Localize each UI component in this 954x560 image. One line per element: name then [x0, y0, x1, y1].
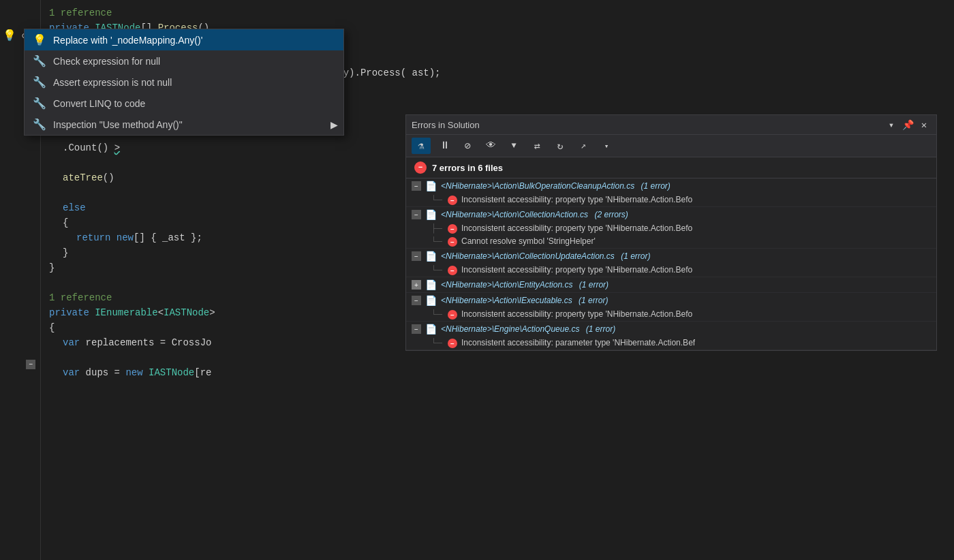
error-dot: − [448, 266, 457, 275]
file-group-action-queue: − 📄 <NHibernate>\Engine\ActionQueue.cs (… [406, 322, 936, 350]
code-text: { [63, 215, 68, 230]
expand-btn[interactable]: + [412, 280, 421, 290]
menu-item-label: Check expression for null [53, 56, 160, 67]
menu-item-label: Convert LINQ to code [53, 98, 145, 109]
file-header-collection-action[interactable]: − 📄 <NHibernate>\Action\CollectionAction… [406, 207, 936, 222]
menu-item-label: Inspection "Use method Any()" [53, 119, 183, 130]
error-item[interactable]: └─ − Inconsistent accessibility: paramet… [406, 337, 936, 349]
file-header-collection-update[interactable]: − 📄 <NHibernate>\Action\CollectionUpdate… [406, 249, 936, 264]
file-name: <NHibernate>\Engine\ActionQueue.cs [441, 324, 579, 334]
error-item[interactable]: └─ − Inconsistent accessibility: propert… [406, 193, 936, 206]
export-btn[interactable]: ↗ [574, 138, 593, 154]
expand-btn[interactable]: − [412, 324, 421, 334]
error-item[interactable]: └─ − Cannot resolve symbol 'StringHelper… [406, 235, 936, 248]
file-header-action-queue[interactable]: − 📄 <NHibernate>\Engine\ActionQueue.cs (… [406, 322, 936, 337]
wrench-icon: 🔧 [33, 118, 46, 131]
file-error-count: (1 error) [576, 296, 609, 305]
code-text: var [63, 365, 86, 380]
error-item[interactable]: └─ − Inconsistent accessibility: propert… [406, 308, 936, 321]
file-header-bulk-op[interactable]: − 📄 <NHibernate>\Action\BulkOperationCle… [406, 178, 936, 193]
menu-item-replace[interactable]: 💡 Replace with '_nodeMapping.Any()' [25, 29, 343, 50]
file-group-collection-action: − 📄 <NHibernate>\Action\CollectionAction… [406, 207, 936, 249]
wrench-icon: 🔧 [33, 76, 46, 89]
connector: └─ [431, 265, 442, 275]
code-text: () [103, 170, 114, 185]
code-text: dups = [86, 365, 126, 380]
file-name: <NHibernate>\Action\CollectionAction.cs [441, 210, 588, 219]
csharp-file-icon: 📄 [425, 251, 437, 262]
error-text: Inconsistent accessibility: property typ… [461, 195, 692, 204]
code-text: [re [194, 365, 211, 380]
file-group-entity-action: + 📄 <NHibernate>\Action\EntityAction.cs … [406, 277, 936, 293]
file-error-count: (1 error) [576, 280, 609, 290]
errors-list: − 📄 <NHibernate>\Action\BulkOperationCle… [406, 178, 936, 350]
lightbulb-icon[interactable]: 💡 [3, 29, 16, 42]
csharp-file-icon: 📄 [425, 279, 437, 290]
code-text: IASTNode [149, 365, 194, 380]
code-text: > [114, 140, 120, 155]
code-line: 1 reference [49, 5, 946, 20]
file-name: <NHibernate>\Action\CollectionUpdateActi… [441, 251, 615, 261]
code-text: IASTNode [164, 305, 209, 320]
code-text: replacements = CrossJo [86, 335, 212, 350]
hide-btn[interactable]: ⊘ [458, 138, 477, 154]
code-text: 1 reference [49, 290, 112, 305]
code-text: ).Process( ast); [349, 65, 440, 80]
pause-btn[interactable]: ⏸ [435, 138, 454, 154]
file-error-count: (2 errors) [592, 210, 628, 219]
code-text: [] { _ast }; [134, 230, 202, 245]
pin-btn[interactable]: 📌 [901, 118, 914, 131]
code-line: var dups = new IASTNode [re [49, 365, 946, 380]
sort-btn[interactable]: ⇄ [527, 138, 547, 154]
menu-item-label: Replace with '_nodeMapping.Any()' [53, 35, 202, 46]
close-btn[interactable]: ✕ [917, 118, 931, 131]
errors-panel-header: Errors in Solution ▾ 📌 ✕ [406, 115, 936, 135]
submenu-arrow: ▶ [330, 119, 338, 130]
code-text: var [63, 335, 86, 350]
csharp-file-icon: 📄 [425, 324, 437, 335]
error-text: Inconsistent accessibility: property typ… [461, 309, 692, 319]
menu-item-inspection[interactable]: 🔧 Inspection "Use method Any()" ▶ [25, 114, 343, 135]
file-name: <NHibernate>\Action\EntityAction.cs [441, 280, 572, 290]
error-dot: − [448, 196, 457, 205]
connector: └─ [431, 236, 442, 246]
refresh-btn[interactable]: ↻ [551, 138, 570, 154]
code-text: 1 reference [49, 5, 112, 20]
flask-btn[interactable]: ⚗ [412, 138, 431, 154]
errors-panel: Errors in Solution ▾ 📌 ✕ ⚗ ⏸ ⊘ 👁 ▼ ⇄ ↻ ↗… [405, 114, 937, 351]
error-item[interactable]: └─ − Inconsistent accessibility: propert… [406, 264, 936, 277]
context-menu: 💡 Replace with '_nodeMapping.Any()' 🔧 Ch… [24, 29, 344, 136]
errors-panel-title: Errors in Solution [412, 120, 882, 130]
code-text: ateTree [63, 170, 103, 185]
code-text: > [209, 305, 215, 320]
connector: ├─ [431, 223, 442, 233]
code-text: < [158, 305, 164, 320]
file-error-count: (1 error) [619, 251, 651, 261]
expand-btn[interactable]: − [412, 296, 421, 305]
menu-item-convert-linq[interactable]: 🔧 Convert LINQ to code [25, 93, 343, 114]
file-error-count: (1 error) [638, 181, 671, 191]
errors-summary: − 7 errors in 6 files [406, 157, 936, 178]
file-group-collection-update: − 📄 <NHibernate>\Action\CollectionUpdate… [406, 249, 936, 277]
filter-btn[interactable]: ▼ [504, 138, 523, 154]
error-text: Cannot resolve symbol 'StringHelper' [461, 236, 596, 246]
lightbulb-icon: 💡 [33, 33, 46, 46]
dropdown-btn[interactable]: ▾ [884, 118, 898, 131]
file-header-iexecutable[interactable]: − 📄 <NHibernate>\Action\IExecutable.cs (… [406, 293, 936, 308]
menu-item-assert-null[interactable]: 🔧 Assert expression is not null [25, 72, 343, 93]
collapse-btn[interactable]: − [26, 360, 35, 369]
eye-btn[interactable]: 👁 [481, 138, 500, 154]
connector: └─ [431, 309, 442, 319]
csharp-file-icon: 📄 [425, 209, 437, 220]
expand-btn[interactable]: − [412, 210, 421, 219]
error-item[interactable]: ├─ − Inconsistent accessibility: propert… [406, 222, 936, 235]
menu-item-check-null[interactable]: 🔧 Check expression for null [25, 50, 343, 72]
expand-btn[interactable]: − [412, 251, 421, 261]
expand-btn[interactable]: − [412, 181, 421, 191]
file-group-bulk-op: − 📄 <NHibernate>\Action\BulkOperationCle… [406, 178, 936, 207]
code-text: new [125, 365, 149, 380]
code-text: } [63, 245, 68, 260]
file-header-entity-action[interactable]: + 📄 <NHibernate>\Action\EntityAction.cs … [406, 277, 936, 292]
error-dot: − [448, 237, 457, 247]
more-btn[interactable]: ▾ [597, 138, 616, 154]
